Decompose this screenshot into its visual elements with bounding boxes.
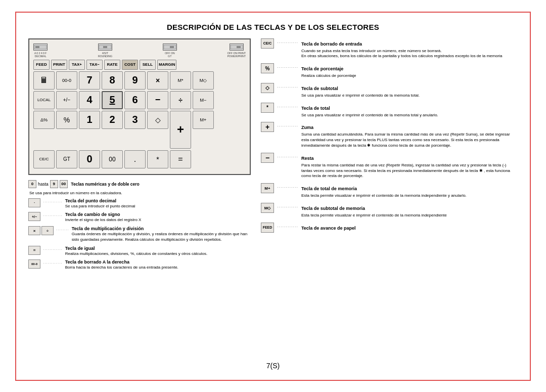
rmplus-icon[interactable]: M+	[261, 183, 274, 193]
feed-btn[interactable]: FEED	[33, 60, 50, 70]
rdesc-total: * ............ Tecla de total Se usa par…	[261, 103, 518, 118]
decimal-key-icon[interactable]: ·	[28, 198, 40, 207]
rpct-icon[interactable]: %	[261, 63, 274, 73]
power-selector-icon	[230, 43, 244, 51]
content-area: A 0 2 4 0 F DECIMAL 4/S/T ROUNDING	[28, 38, 518, 358]
rfeed-icon[interactable]: FEED	[261, 223, 274, 233]
equals-key-icon[interactable]: =	[28, 246, 40, 255]
key-plus[interactable]: +	[170, 111, 191, 149]
rdesc-pct: % ............ Tecla de porcentaje Reali…	[261, 63, 518, 79]
backspace-desc-text: Tecla de borrado A la derecha Borra haci…	[65, 259, 251, 271]
selector-row: A 0 2 4 0 F DECIMAL 4/S/T ROUNDING	[33, 43, 246, 58]
key-gt[interactable]: GT	[56, 150, 77, 168]
key-7[interactable]: 7	[79, 71, 100, 90]
key-mminus[interactable]: M−	[193, 91, 214, 109]
key-mstar[interactable]: M*	[170, 71, 191, 90]
gt-selector[interactable]: OFF ON GT	[163, 43, 177, 58]
key-4[interactable]: 4	[79, 91, 100, 109]
rfeed-dots: ............	[277, 223, 298, 228]
print-btn[interactable]: PRINT	[51, 60, 67, 70]
rzuma-text: Zuma Suma una cantidad acumulándola. Par…	[301, 122, 518, 148]
sell-btn[interactable]: SELL	[140, 60, 156, 70]
key-multiply[interactable]: ×	[147, 71, 168, 90]
key-plusminus[interactable]: +/−	[56, 91, 77, 109]
rtotal-icon[interactable]: *	[261, 103, 274, 113]
mult-key-icon[interactable]: ×	[28, 226, 40, 235]
key-0[interactable]: 0	[79, 150, 100, 168]
power-selector[interactable]: OFF ON PRINT POWER/PRINT	[227, 43, 246, 58]
div-key-icon[interactable]: ÷	[41, 226, 54, 235]
rzuma-icon[interactable]: +	[261, 122, 274, 132]
key-00-0[interactable]: 00-0	[56, 71, 77, 90]
left-column: A 0 2 4 0 F DECIMAL 4/S/T ROUNDING	[28, 38, 251, 358]
key-deltapct[interactable]: Δ%	[33, 111, 55, 129]
num-key-9[interactable]: 9	[50, 180, 58, 188]
key-mplus[interactable]: M+	[193, 111, 214, 129]
num-key-0[interactable]: 0	[28, 180, 36, 188]
sign-dots: ............	[43, 212, 63, 217]
rdesc-mdiamond: M◇ ............ Tecla de subtotal de mem…	[261, 203, 518, 219]
sign-key-icon[interactable]: +/−	[28, 212, 40, 221]
key-pct[interactable]: %	[56, 111, 77, 129]
key-star[interactable]: *	[147, 150, 168, 168]
key-dot[interactable]: .	[124, 150, 146, 168]
tax-plus-btn[interactable]: TAX+	[69, 60, 85, 70]
key-minus[interactable]: −	[147, 91, 168, 109]
svg-rect-1	[35, 46, 39, 48]
rate-btn[interactable]: RATE	[104, 60, 120, 70]
key-diamond[interactable]: ◇	[147, 111, 168, 129]
key-mdiamond[interactable]: M◇	[193, 71, 214, 90]
gt-selector-icon	[163, 43, 177, 51]
rdesc-feed: FEED ............ Tecla de avance de pap…	[261, 223, 518, 233]
key-icon-btn[interactable]: 🖩	[33, 71, 55, 90]
key-local[interactable]: LOCAL	[33, 91, 55, 109]
rmdiamond-icon[interactable]: M◇	[261, 203, 274, 213]
numeric-desc-title: Teclas numéricas y de doble cero	[71, 182, 139, 187]
key-8[interactable]: 8	[102, 71, 123, 90]
key-2[interactable]: 2	[102, 111, 123, 129]
multdiv-desc-text: Tecla de multiplicación y división Guard…	[72, 226, 251, 243]
rounding-selector-icon	[98, 43, 112, 51]
desc-multdiv: × ÷ ........ Tecla de multiplicación y d…	[28, 226, 251, 243]
key-cec[interactable]: CE/C	[33, 150, 55, 168]
rresta-dots: ............	[277, 153, 298, 158]
key-5[interactable]: 5	[102, 91, 123, 109]
svg-rect-3	[103, 46, 107, 48]
rzuma-dots: ............	[277, 122, 298, 127]
rcec-icon[interactable]: CE/C	[261, 38, 274, 49]
rdesc-resta: − ............ Resta Para restar la mism…	[261, 153, 518, 179]
rdesc-cec: CE/C ............ Tecla de borrado de en…	[261, 38, 518, 60]
num-key-00[interactable]: 00	[60, 180, 68, 188]
margin-btn[interactable]: MARGIN	[157, 60, 176, 70]
rmdiamond-dots: ............	[277, 203, 298, 208]
cost-btn[interactable]: COST	[122, 60, 138, 70]
multdiv-keys: × ÷	[28, 226, 54, 235]
key-9[interactable]: 9	[124, 71, 146, 90]
key-6[interactable]: 6	[124, 91, 146, 109]
rsubtotal-icon[interactable]: ◇	[261, 83, 274, 93]
key-divide[interactable]: ÷	[170, 91, 191, 109]
key-00[interactable]: 00	[102, 150, 123, 168]
decimal-selector[interactable]: A 0 2 4 0 F DECIMAL	[33, 43, 48, 58]
page-footer: 7(S)	[28, 362, 518, 370]
desc-decimal: · ............ Tecla del punto decimal S…	[28, 198, 251, 209]
svg-rect-5	[170, 46, 174, 48]
rdesc-zuma: + ............ Zuma Suma una cantidad ac…	[261, 122, 518, 148]
key-1[interactable]: 1	[79, 111, 100, 129]
rounding-selector[interactable]: 4/S/T ROUNDING	[98, 43, 112, 58]
rresta-icon[interactable]: −	[261, 153, 274, 163]
rcec-dots: ............	[277, 39, 298, 44]
rmplus-text: Tecla de total de memoria Esta tecla per…	[301, 183, 518, 199]
rtotal-dots: ............	[277, 103, 298, 108]
rdesc-mplus: M+ ............ Tecla de total de memori…	[261, 183, 518, 199]
backspace-key-icon[interactable]: 00-0	[28, 259, 40, 269]
key-equals[interactable]: =	[170, 150, 191, 168]
multdiv-dots: ........	[56, 227, 69, 231]
rfeed-text: Tecla de avance de papel	[301, 223, 518, 232]
svg-rect-7	[237, 46, 241, 48]
rsubtotal-text: Tecla de subtotal Se usa para visualizar…	[301, 83, 518, 99]
desc-backspace: 00-0 ............ Tecla de borrado A la …	[28, 259, 251, 271]
tax-minus-btn[interactable]: TAX−	[86, 60, 103, 70]
right-column: CE/C ............ Tecla de borrado de en…	[261, 38, 518, 358]
key-3[interactable]: 3	[124, 111, 146, 129]
